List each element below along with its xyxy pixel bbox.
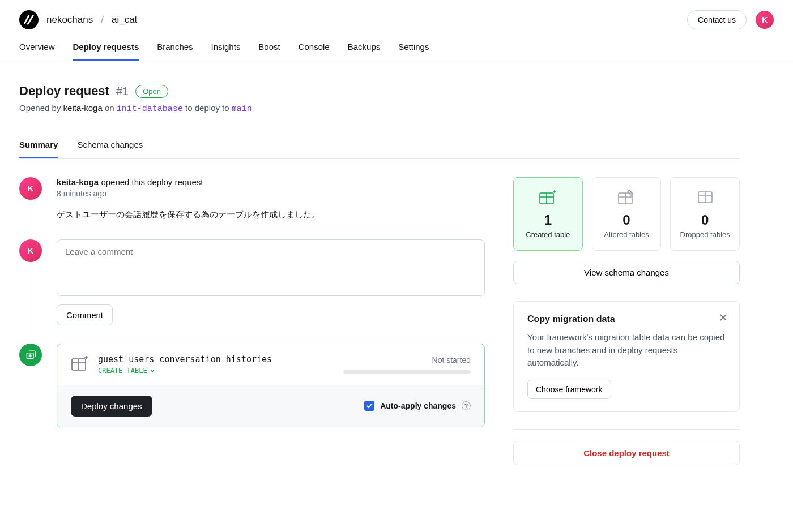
top-right: Contact us K xyxy=(687,10,774,29)
comment-button[interactable]: Comment xyxy=(57,304,113,325)
main-nav: Overview Deploy requests Branches Insigh… xyxy=(0,29,793,61)
created-count: 1 xyxy=(519,212,577,228)
table-create-icon xyxy=(538,189,557,205)
event-time: 8 minutes ago xyxy=(57,189,485,198)
ddl-label: CREATE TABLE xyxy=(98,367,147,375)
nav-console[interactable]: Console xyxy=(299,42,330,61)
logo-icon xyxy=(23,14,35,26)
table-drop-icon xyxy=(696,189,715,205)
nav-boost[interactable]: Boost xyxy=(258,42,280,61)
chevron-down-icon xyxy=(150,368,155,374)
page-title: Deploy request xyxy=(19,84,109,98)
created-label: Created table xyxy=(519,230,577,239)
tab-summary[interactable]: Summary xyxy=(19,140,58,158)
status-badge: Open xyxy=(135,85,168,98)
migration-title: Copy migration data xyxy=(527,314,726,324)
view-schema-changes-button[interactable]: View schema changes xyxy=(513,261,740,284)
ddl-toggle[interactable]: CREATE TABLE xyxy=(98,367,272,375)
event-heading: keita-koga opened this deploy request xyxy=(57,177,485,187)
breadcrumb-separator: / xyxy=(101,14,104,25)
close-deploy-request-button[interactable]: Close deploy request xyxy=(513,441,740,465)
nav-settings[interactable]: Settings xyxy=(398,42,429,61)
comment-input[interactable] xyxy=(57,239,485,296)
deploy-status: Not started xyxy=(432,355,471,364)
event-action: opened this deploy request xyxy=(101,177,203,187)
timeline-deploy-card: guest_users_conversation_histories CREAT… xyxy=(19,344,485,427)
opened-by-label: Opened by xyxy=(19,103,61,113)
source-branch-link[interactable]: init-database xyxy=(117,104,183,114)
progress-bar xyxy=(343,370,471,374)
nav-insights[interactable]: Insights xyxy=(211,42,241,61)
check-icon xyxy=(366,402,373,409)
breadcrumb-org[interactable]: nekochans xyxy=(46,14,93,25)
stack-plus-icon xyxy=(25,349,36,361)
migration-close-button[interactable] xyxy=(719,313,728,324)
deploy-card: guest_users_conversation_histories CREAT… xyxy=(57,344,485,427)
timeline-comment: K Comment xyxy=(19,239,485,344)
timeline: K keita-koga opened this deploy request … xyxy=(19,177,485,427)
schema-stats: 1 Created table 0 Altered tables xyxy=(513,177,740,251)
sub-tabs: Summary Schema changes xyxy=(19,140,740,159)
stat-dropped[interactable]: 0 Dropped tables xyxy=(670,177,740,251)
current-user-avatar[interactable]: K xyxy=(19,239,42,262)
nav-branches[interactable]: Branches xyxy=(157,42,193,61)
author-avatar[interactable]: K xyxy=(19,177,42,200)
altered-label: Altered tables xyxy=(598,230,655,239)
event-description: ゲストユーザーの会話履歴を保存する為のテーブルを作成しました。 xyxy=(57,208,485,221)
deploy-step-icon xyxy=(19,344,42,366)
auto-apply-checkbox[interactable] xyxy=(364,401,374,411)
migration-body: Your framework's migration table data ca… xyxy=(527,331,726,370)
on-label: on xyxy=(105,103,114,113)
table-edit-icon xyxy=(617,189,636,205)
top-bar: nekochans / ai_cat Contact us K xyxy=(0,0,793,29)
dropped-count: 0 xyxy=(676,212,734,228)
breadcrumb-repo[interactable]: ai_cat xyxy=(112,14,137,25)
table-name: guest_users_conversation_histories xyxy=(98,354,272,364)
help-icon[interactable]: ? xyxy=(462,401,471,410)
nav-overview[interactable]: Overview xyxy=(19,42,55,61)
divider xyxy=(513,429,740,430)
auto-apply-group: Auto-apply changes ? xyxy=(364,401,471,411)
page-header: Deploy request #1 Open xyxy=(19,84,740,98)
altered-count: 0 xyxy=(598,212,655,228)
table-plus-icon xyxy=(71,355,89,373)
logo[interactable] xyxy=(19,10,39,29)
nav-deploy-requests[interactable]: Deploy requests xyxy=(73,42,139,61)
header-subline: Opened by keita-koga on init-database to… xyxy=(19,103,740,114)
choose-framework-button[interactable]: Choose framework xyxy=(527,380,611,399)
migration-card: Copy migration data Your framework's mig… xyxy=(513,301,740,412)
breadcrumb: nekochans / ai_cat xyxy=(19,10,137,29)
event-author[interactable]: keita-koga xyxy=(57,177,99,187)
target-branch-link[interactable]: main xyxy=(232,104,252,114)
user-avatar[interactable]: K xyxy=(756,11,774,29)
deploy-request-number: #1 xyxy=(116,85,129,98)
author-link[interactable]: keita-koga xyxy=(63,103,103,113)
tab-schema-changes[interactable]: Schema changes xyxy=(77,140,143,158)
timeline-opened-event: K keita-koga opened this deploy request … xyxy=(19,177,485,239)
dropped-label: Dropped tables xyxy=(676,230,734,239)
deploy-changes-button[interactable]: Deploy changes xyxy=(71,396,152,417)
stat-altered[interactable]: 0 Altered tables xyxy=(592,177,662,251)
auto-apply-label: Auto-apply changes xyxy=(380,401,456,410)
nav-backups[interactable]: Backups xyxy=(348,42,381,61)
stat-created[interactable]: 1 Created table xyxy=(513,177,583,251)
close-icon xyxy=(719,313,728,322)
contact-us-button[interactable]: Contact us xyxy=(687,10,747,29)
deploy-to-label: to deploy to xyxy=(185,103,229,113)
